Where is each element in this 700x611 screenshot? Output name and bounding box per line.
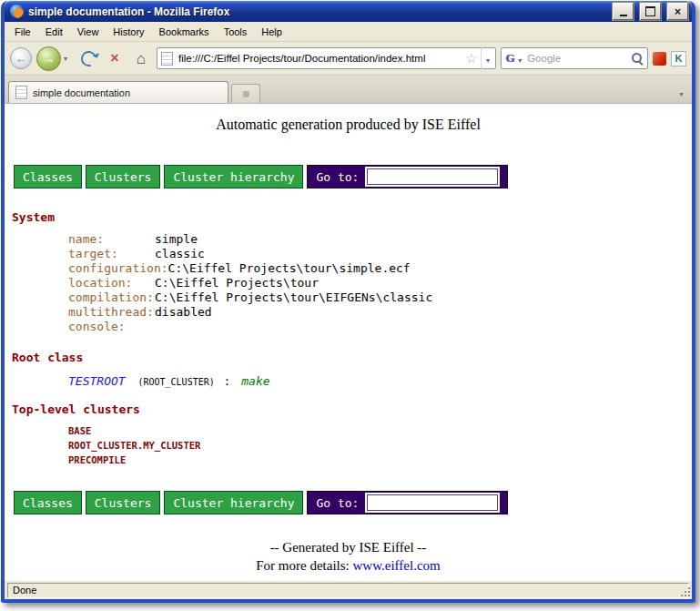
minimize-button[interactable] <box>613 3 634 20</box>
tab-label: simple documentation <box>33 87 130 98</box>
system-row: target:classic <box>68 247 692 261</box>
page-footer: -- Generated by ISE Eiffel -- For more d… <box>5 538 692 575</box>
doc-navbar-top: Classes Clusters Cluster hierarchy Go to… <box>14 165 692 188</box>
stop-button[interactable]: × <box>104 47 126 69</box>
clusters-button[interactable]: Clusters <box>86 165 161 188</box>
tab-stub-icon <box>243 91 249 97</box>
classes-button[interactable]: Classes <box>14 165 82 188</box>
search-input[interactable] <box>525 52 627 65</box>
search-bar[interactable]: G ▾ <box>501 47 648 69</box>
system-row: multithread:disabled <box>68 305 692 320</box>
property-key: multithread: <box>68 305 155 320</box>
eiffel-site-link[interactable]: www.eiffel.com <box>353 558 441 573</box>
menu-item-file[interactable]: File <box>7 24 38 40</box>
tab-stub[interactable] <box>231 84 260 103</box>
back-button[interactable]: ← <box>10 47 32 69</box>
system-heading: System <box>12 210 692 224</box>
tab-list-dropdown[interactable]: ▾ <box>675 85 688 103</box>
property-value: disabled <box>155 305 212 319</box>
forward-arrow-icon: → <box>43 51 56 66</box>
address-dropdown-button[interactable]: ▾ <box>481 46 492 71</box>
status-text: Done <box>13 585 36 596</box>
system-properties: name:simple target:classic configuration… <box>68 232 692 334</box>
root-class-link[interactable]: TESTROOT <box>68 374 126 388</box>
reload-button[interactable] <box>77 47 99 69</box>
home-button[interactable]: ⌂ <box>130 47 152 69</box>
forward-button[interactable]: → <box>36 46 61 71</box>
details-line: For more details: www.eiffel.com <box>5 556 692 575</box>
property-key: configuration: <box>68 261 168 276</box>
creation-feature-link[interactable]: make <box>241 374 269 388</box>
property-key: location: <box>68 276 155 290</box>
cluster-link-precompile[interactable]: PRECOMPILE <box>68 453 692 467</box>
status-panel: Done <box>7 583 689 598</box>
goto-box: Go to: <box>307 491 508 514</box>
maximize-button[interactable] <box>640 3 661 20</box>
goto-input[interactable] <box>367 494 498 511</box>
history-dropdown-button[interactable]: ▾ <box>64 55 73 63</box>
cluster-hierarchy-button[interactable]: Cluster hierarchy <box>164 165 303 188</box>
menu-item-edit[interactable]: Edit <box>38 24 70 40</box>
property-key: target: <box>68 247 155 261</box>
tab-bar: simple documentation ▾ <box>5 76 692 104</box>
details-label: For more details: <box>256 558 352 573</box>
root-class-heading: Root class <box>12 351 692 364</box>
status-bar: Done <box>5 580 692 599</box>
menu-item-help[interactable]: Help <box>254 24 289 40</box>
page-title: Automatic generation produced by ISE Eif… <box>5 117 692 133</box>
reload-icon <box>77 47 98 68</box>
search-engine-dropdown[interactable]: ▾ <box>518 50 522 66</box>
menu-item-bookmarks[interactable]: Bookmarks <box>152 24 217 40</box>
search-icon[interactable] <box>631 52 644 65</box>
bookmark-star-icon[interactable]: ☆ <box>465 52 477 65</box>
menubar: File Edit View History Bookmarks Tools H… <box>5 22 692 42</box>
property-key: console: <box>68 320 155 334</box>
back-arrow-icon: ← <box>15 52 27 66</box>
navigation-toolbar: ← → ▾ × ⌂ ☆ ▾ G ▾ K <box>5 42 692 76</box>
root-class-row: TESTROOT (ROOT_CLUSTER) : make <box>68 374 692 388</box>
doc-navbar-bottom: Classes Clusters Cluster hierarchy Go to… <box>14 491 692 514</box>
property-value: simple <box>155 232 198 246</box>
property-key: name: <box>68 232 155 247</box>
minimize-icon <box>620 15 627 16</box>
tab-simple-documentation[interactable]: simple documentation <box>8 81 228 103</box>
system-row: location:C:\Eiffel Projects\tour <box>68 276 692 290</box>
stop-icon: × <box>110 51 118 66</box>
page-content: Automatic generation produced by ISE Eif… <box>5 104 692 580</box>
classes-button[interactable]: Classes <box>14 491 82 514</box>
menu-item-tools[interactable]: Tools <box>217 24 255 40</box>
cluster-hierarchy-button[interactable]: Cluster hierarchy <box>164 491 303 514</box>
close-icon: × <box>675 6 681 17</box>
chevron-down-icon: ▾ <box>679 90 683 98</box>
clusters-button[interactable]: Clusters <box>86 491 161 514</box>
top-level-clusters-heading: Top-level clusters <box>12 402 692 416</box>
address-bar[interactable]: ☆ ▾ <box>157 47 496 69</box>
tab-favicon-icon <box>15 86 27 99</box>
property-value: classic <box>155 247 205 260</box>
titlebar[interactable]: simple documentation - Mozilla Firefox × <box>5 1 692 22</box>
window-title: simple documentation - Mozilla Firefox <box>28 5 606 18</box>
goto-input[interactable] <box>367 168 498 185</box>
property-value: C:\Eiffel Projects\tour\EIFGENs\classic <box>155 290 432 304</box>
goto-box: Go to: <box>307 165 508 188</box>
address-input[interactable] <box>177 52 462 65</box>
addon-red-icon[interactable] <box>653 52 666 66</box>
goto-label: Go to: <box>316 170 359 184</box>
menu-item-view[interactable]: View <box>70 24 107 40</box>
property-value: C:\Eiffel Projects\tour\simple.ecf <box>168 261 411 275</box>
root-cluster-name: (ROOT_CLUSTER) <box>137 377 214 387</box>
chevron-down-icon: ▾ <box>518 56 522 65</box>
root-separator: : <box>224 374 231 388</box>
cluster-link-base[interactable]: BASE <box>68 423 692 438</box>
goto-label: Go to: <box>316 496 359 510</box>
maximize-icon <box>645 6 655 16</box>
cluster-list: BASE ROOT_CLUSTER.MY_CLUSTER PRECOMPILE <box>68 423 692 467</box>
system-row: console: <box>68 320 692 334</box>
system-row: name:simple <box>68 232 692 247</box>
close-button[interactable]: × <box>667 3 688 20</box>
menu-item-history[interactable]: History <box>106 24 151 40</box>
browser-window: simple documentation - Mozilla Firefox ×… <box>1 1 695 603</box>
cluster-link-root-cluster[interactable]: ROOT_CLUSTER.MY_CLUSTER <box>68 438 692 453</box>
addon-k-icon[interactable]: K <box>671 51 686 66</box>
system-row: compilation:C:\Eiffel Projects\tour\EIFG… <box>68 290 692 305</box>
